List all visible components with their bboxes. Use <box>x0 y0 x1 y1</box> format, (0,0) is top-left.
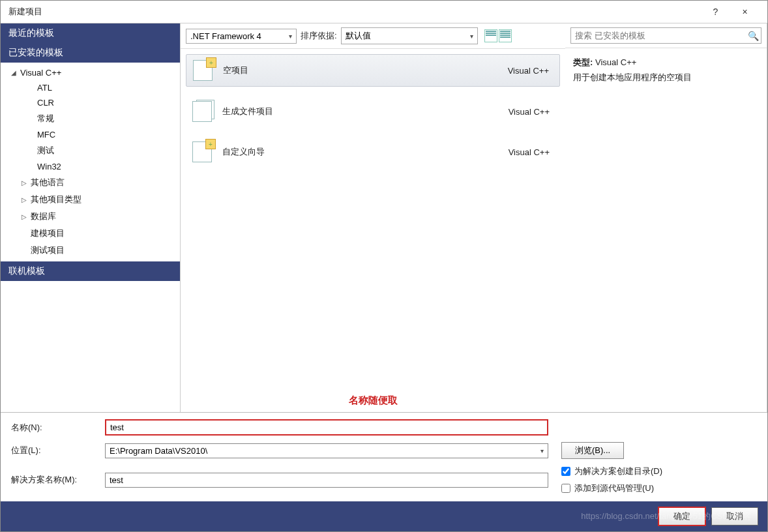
view-buttons <box>484 29 512 42</box>
titlebar: 新建项目 ? × <box>1 1 767 23</box>
location-combo[interactable]: E:\Program Data\VS2010\ ▾ <box>105 443 548 458</box>
tree-item-modeling[interactable]: 建模项目 <box>1 225 180 242</box>
tree-item-atl[interactable]: ATL <box>1 80 180 95</box>
chevron-right-icon: ▷ <box>22 213 31 220</box>
add-scc-checkbox[interactable]: 添加到源代码管理(U) <box>561 482 654 494</box>
template-item-empty[interactable]: + 空项目 Visual C++ <box>186 54 560 87</box>
name-input[interactable] <box>105 419 548 436</box>
template-name: 空项目 <box>223 65 508 76</box>
chevron-right-icon: ▷ <box>22 196 31 203</box>
tree-item-other-lang[interactable]: ▷其他语言 <box>1 174 180 191</box>
tree-item-test[interactable]: 测试 <box>1 142 180 159</box>
view-small-icon[interactable] <box>499 29 512 42</box>
tree-item-win32[interactable]: Win32 <box>1 159 180 174</box>
tree-item-general[interactable]: 常规 <box>1 110 180 127</box>
templates-pane: .NET Framework 4 ▾ 排序依据: 默认值 ▾ + 空项目 Vis… <box>181 23 565 412</box>
project-icon: + <box>192 59 215 82</box>
chevron-right-icon: ▷ <box>22 179 31 186</box>
search-wrap: 🔍 <box>565 23 767 48</box>
sidebar-header-recent[interactable]: 最近的模板 <box>1 23 180 43</box>
sidebar: 最近的模板 已安装的模板 ◢ Visual C++ ATL CLR 常规 MFC… <box>1 23 181 412</box>
type-value: Visual C++ <box>595 57 636 67</box>
tree-item-other-proj[interactable]: ▷其他项目类型 <box>1 191 180 208</box>
type-label: 类型: <box>573 57 593 67</box>
name-label: 名称(N): <box>11 422 105 434</box>
template-lang: Visual C++ <box>509 107 555 117</box>
center-pane: .NET Framework 4 ▾ 排序依据: 默认值 ▾ + 空项目 Vis… <box>181 23 767 412</box>
framework-value: .NET Framework 4 <box>190 31 261 41</box>
template-lang: Visual C++ <box>508 66 554 76</box>
tree-item-database[interactable]: ▷数据库 <box>1 208 180 225</box>
sort-value: 默认值 <box>346 30 371 42</box>
tree-item-test-proj[interactable]: 测试项目 <box>1 242 180 259</box>
sort-combo[interactable]: 默认值 ▾ <box>341 27 478 44</box>
chevron-down-icon: ▾ <box>289 33 292 40</box>
tree-item-mfc[interactable]: MFC <box>1 127 180 142</box>
window-title: 新建项目 <box>8 6 701 18</box>
framework-combo[interactable]: .NET Framework 4 ▾ <box>186 29 297 44</box>
sidebar-header-installed[interactable]: 已安装的模板 <box>1 43 180 63</box>
template-description: 类型: Visual C++ 用于创建本地应用程序的空项目 <box>565 48 767 92</box>
template-list: + 空项目 Visual C++ 生成文件项目 Visual C++ + 自定义… <box>181 49 565 412</box>
annotation-text: 名称随便取 <box>181 394 565 407</box>
template-name: 生成文件项目 <box>222 106 509 117</box>
template-name: 自定义向导 <box>222 146 509 158</box>
chevron-down-icon: ▾ <box>470 33 473 40</box>
search-input[interactable] <box>571 28 745 43</box>
tree-item-clr[interactable]: CLR <box>1 95 180 110</box>
main-area: 最近的模板 已安装的模板 ◢ Visual C++ ATL CLR 常规 MFC… <box>1 23 767 412</box>
sidebar-header-online[interactable]: 联机模板 <box>1 261 180 281</box>
tree-label: Visual C++ <box>20 68 61 78</box>
view-medium-icon[interactable] <box>484 29 497 42</box>
chevron-down-icon: ▾ <box>540 447 544 454</box>
template-toolbar: .NET Framework 4 ▾ 排序依据: 默认值 ▾ <box>181 23 565 49</box>
description-text: 用于创建本地应用程序的空项目 <box>573 70 759 85</box>
help-button[interactable]: ? <box>701 7 730 17</box>
location-value: E:\Program Data\VS2010\ <box>110 446 207 456</box>
sort-label: 排序依据: <box>301 30 337 42</box>
search-box[interactable]: 🔍 <box>570 27 761 44</box>
cancel-button[interactable]: 取消 <box>711 507 758 525</box>
project-icon <box>191 100 214 123</box>
browse-button[interactable]: 浏览(B)... <box>561 442 624 459</box>
dialog-footer: https://blog.csdn.net/tangjin@51的CSDN博客 … <box>1 501 767 531</box>
details-pane: 🔍 类型: Visual C++ 用于创建本地应用程序的空项目 <box>565 23 767 412</box>
create-dir-checkbox[interactable]: 为解决方案创建目录(D) <box>561 466 662 477</box>
template-item-customwizard[interactable]: + 自定义向导 Visual C++ <box>186 136 560 168</box>
bottom-form: 名称(N): 位置(L): E:\Program Data\VS2010\ ▾ … <box>1 412 767 505</box>
solution-name-label: 解决方案名称(M): <box>11 474 105 486</box>
chevron-down-icon: ◢ <box>11 69 20 76</box>
close-button[interactable]: × <box>730 7 760 17</box>
solution-name-input[interactable] <box>105 473 548 488</box>
tree-item-visual-cpp[interactable]: ◢ Visual C++ <box>1 65 180 80</box>
location-label: 位置(L): <box>11 445 105 456</box>
project-icon: + <box>191 140 214 164</box>
template-lang: Visual C++ <box>509 147 555 157</box>
search-icon[interactable]: 🔍 <box>745 31 761 41</box>
ok-button[interactable]: 确定 <box>658 507 706 526</box>
template-item-makefile[interactable]: 生成文件项目 Visual C++ <box>186 96 560 127</box>
template-tree: ◢ Visual C++ ATL CLR 常规 MFC 测试 Win32 ▷其他… <box>1 63 180 261</box>
